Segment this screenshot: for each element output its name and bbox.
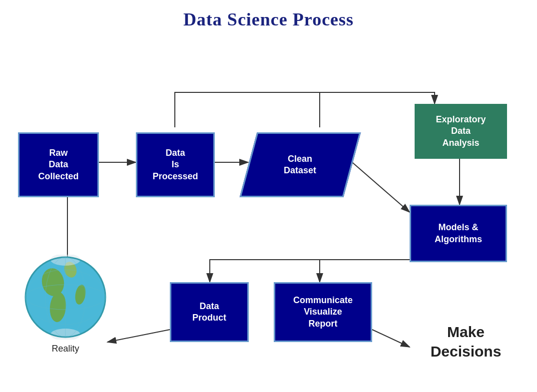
data-processed-label: Data Is Processed xyxy=(152,147,198,182)
data-product-box: Data Product xyxy=(170,282,249,342)
exploratory-data-analysis-box: Exploratory Data Analysis xyxy=(415,104,507,159)
clean-dataset-box: CleanDataset xyxy=(240,132,361,197)
globe-icon xyxy=(23,255,108,340)
page-title: Data Science Process xyxy=(0,0,537,30)
clean-dataset-label: CleanDataset xyxy=(284,153,316,177)
models-algorithms-box: Models & Algorithms xyxy=(410,205,507,262)
raw-data-collected-box: Raw Data Collected xyxy=(18,132,99,197)
data-product-label: Data Product xyxy=(192,301,226,324)
exploratory-label: Exploratory Data Analysis xyxy=(436,114,486,149)
communicate-box: Communicate Visualize Report xyxy=(274,282,372,342)
models-label: Models & Algorithms xyxy=(435,222,482,245)
svg-line-3 xyxy=(352,162,410,212)
reality-label: Reality xyxy=(23,344,108,354)
data-is-processed-box: Data Is Processed xyxy=(136,132,215,197)
make-decisions-label: Make Decisions xyxy=(398,322,534,361)
communicate-label: Communicate Visualize Report xyxy=(293,295,353,330)
raw-data-label: Raw Data Collected xyxy=(38,147,78,182)
svg-line-5 xyxy=(107,330,170,342)
